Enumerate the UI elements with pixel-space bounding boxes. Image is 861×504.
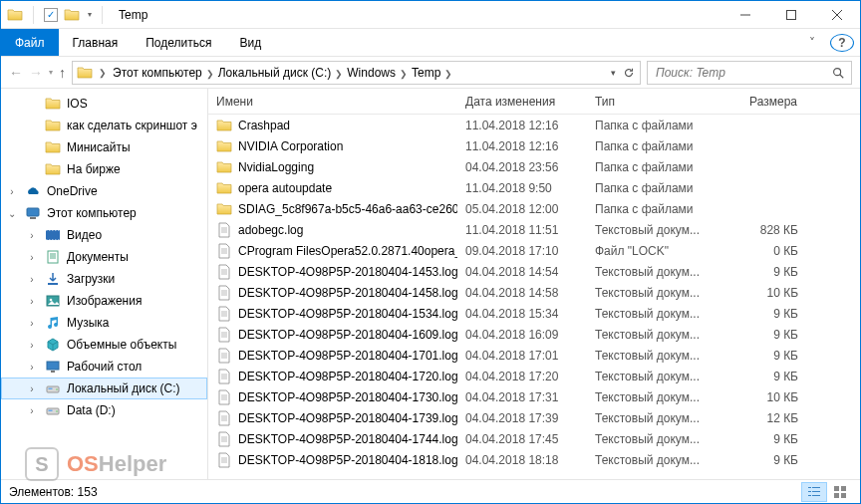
maximize-button[interactable] bbox=[768, 1, 814, 28]
tab-2[interactable]: Вид bbox=[225, 29, 275, 56]
navigation-pane[interactable]: IOSкак сделать скриншот эМинисайтыНа бир… bbox=[1, 89, 208, 479]
file-date: 09.04.2018 17:10 bbox=[457, 244, 587, 258]
file-type: Текстовый докум... bbox=[587, 265, 726, 279]
file-type: Текстовый докум... bbox=[587, 432, 726, 446]
tree-item[interactable]: ›Локальный диск (C:) bbox=[1, 378, 207, 399]
tree-item[interactable]: ›Видео bbox=[1, 224, 207, 246]
file-type: Папка с файлами bbox=[587, 181, 726, 195]
chevron-right-icon[interactable]: ❯ bbox=[202, 69, 218, 79]
chevron-right-icon[interactable]: › bbox=[25, 296, 39, 307]
svg-rect-17 bbox=[787, 10, 796, 19]
file-row[interactable]: DESKTOP-4O98P5P-20180404-1744.log04.04.2… bbox=[208, 428, 860, 449]
chevron-right-icon[interactable]: › bbox=[25, 362, 39, 373]
tree-item[interactable]: ›Data (D:) bbox=[1, 399, 207, 421]
tree-item[interactable]: ›Изображения bbox=[1, 290, 207, 312]
tree-item[interactable]: ›Объемные объекты bbox=[1, 334, 207, 356]
file-size: 9 КБ bbox=[726, 307, 806, 321]
history-dropdown[interactable]: ▾ bbox=[49, 68, 53, 77]
tree-item[interactable]: IOS bbox=[1, 93, 207, 115]
refresh-button[interactable] bbox=[622, 66, 636, 80]
file-name: DESKTOP-4O98P5P-20180404-1458.log bbox=[238, 286, 457, 300]
chevron-right-icon[interactable]: › bbox=[25, 383, 39, 394]
file-row[interactable]: DESKTOP-4O98P5P-20180404-1534.log04.04.2… bbox=[208, 303, 860, 324]
back-button[interactable]: ← bbox=[9, 65, 23, 81]
view-details-button[interactable] bbox=[802, 483, 826, 501]
file-icon bbox=[216, 452, 232, 468]
column-date[interactable]: Дата изменения bbox=[457, 89, 587, 114]
column-size[interactable]: Размера bbox=[726, 89, 806, 114]
file-type: Папка с файлами bbox=[587, 202, 726, 216]
tree-item[interactable]: Минисайты bbox=[1, 136, 207, 158]
address-dropdown[interactable]: ▾ bbox=[611, 68, 616, 78]
chevron-right-icon[interactable]: ❯ bbox=[440, 69, 456, 79]
file-row[interactable]: DESKTOP-4O98P5P-20180404-1720.log04.04.2… bbox=[208, 366, 860, 386]
file-row[interactable]: DESKTOP-4O98P5P-20180404-1739.log04.04.2… bbox=[208, 407, 860, 428]
chevron-right-icon[interactable]: › bbox=[5, 186, 19, 197]
chevron-right-icon[interactable]: › bbox=[25, 252, 39, 263]
tree-item-label: Видео bbox=[67, 228, 102, 242]
tree-item[interactable]: ›Документы bbox=[1, 246, 207, 268]
forward-button[interactable]: → bbox=[29, 65, 43, 81]
search-icon[interactable] bbox=[831, 66, 845, 80]
help-button[interactable]: ? bbox=[830, 34, 854, 52]
chevron-down-icon[interactable]: ⌄ bbox=[5, 208, 19, 219]
tree-item[interactable]: как сделать скриншот э bbox=[1, 115, 207, 136]
file-row[interactable]: adobegc.log11.04.2018 11:51Текстовый док… bbox=[208, 219, 860, 240]
file-name: adobegc.log bbox=[238, 223, 303, 237]
file-row[interactable]: DESKTOP-4O98P5P-20180404-1609.log04.04.2… bbox=[208, 324, 860, 345]
tree-item[interactable]: ›Загрузки bbox=[1, 268, 207, 290]
chevron-right-icon[interactable]: ❯ bbox=[95, 68, 111, 78]
chevron-right-icon[interactable]: ❯ bbox=[331, 69, 347, 79]
chevron-right-icon[interactable]: › bbox=[25, 318, 39, 329]
tab-0[interactable]: Главная bbox=[59, 29, 133, 56]
tab-1[interactable]: Поделиться bbox=[132, 29, 225, 56]
minimize-button[interactable] bbox=[722, 1, 768, 28]
file-row[interactable]: DESKTOP-4O98P5P-20180404-1701.log04.04.2… bbox=[208, 345, 860, 366]
breadcrumb-segment[interactable]: Temp bbox=[412, 66, 440, 80]
chevron-right-icon[interactable]: › bbox=[25, 230, 39, 241]
column-type[interactable]: Тип bbox=[587, 89, 726, 114]
search-input[interactable] bbox=[654, 65, 831, 81]
view-largeicons-button[interactable] bbox=[828, 483, 852, 501]
file-name: DESKTOP-4O98P5P-20180404-1739.log bbox=[238, 411, 457, 425]
file-row[interactable]: opera autoupdate11.04.2018 9:50Папка с ф… bbox=[208, 177, 860, 198]
file-row[interactable]: NVIDIA Corporation11.04.2018 12:16Папка … bbox=[208, 135, 860, 156]
breadcrumb-segment[interactable]: Локальный диск (C:) bbox=[218, 66, 332, 80]
file-row[interactable]: DESKTOP-4O98P5P-20180404-1818.log04.04.2… bbox=[208, 449, 860, 470]
tree-item[interactable]: На бирже bbox=[1, 158, 207, 180]
tree-item[interactable]: ›Музыка bbox=[1, 312, 207, 334]
file-type: Текстовый докум... bbox=[587, 390, 726, 404]
tree-item[interactable]: ›OneDrive bbox=[1, 180, 207, 202]
breadcrumb-segment[interactable]: Windows bbox=[347, 66, 396, 80]
search-box[interactable] bbox=[647, 61, 852, 85]
chevron-right-icon[interactable]: › bbox=[25, 405, 39, 416]
close-button[interactable] bbox=[814, 1, 860, 28]
tree-item[interactable]: ›Рабочий стол bbox=[1, 356, 207, 378]
qat-dropdown[interactable]: ▾ bbox=[88, 10, 92, 19]
address-bar[interactable]: ❯ Этот компьютер❯Локальный диск (C:)❯Win… bbox=[72, 61, 641, 85]
column-name[interactable]: Имени bbox=[208, 89, 457, 114]
breadcrumb-segment[interactable]: Этот компьютер bbox=[113, 66, 202, 80]
tree-item[interactable]: ⌄Этот компьютер bbox=[1, 202, 207, 224]
file-size: 10 КБ bbox=[726, 286, 806, 300]
file-row[interactable]: Crashpad11.04.2018 12:16Папка с файлами bbox=[208, 115, 860, 135]
file-type: Папка с файлами bbox=[587, 139, 726, 153]
tab-file[interactable]: Файл bbox=[1, 29, 59, 56]
up-button[interactable]: ↑ bbox=[59, 65, 66, 81]
chevron-right-icon[interactable]: › bbox=[25, 340, 39, 351]
file-row[interactable]: DESKTOP-4O98P5P-20180404-1730.log04.04.2… bbox=[208, 386, 860, 407]
file-row[interactable]: SDIAG_5c8f967a-b5c5-46a6-aa63-ce260af...… bbox=[208, 198, 860, 219]
file-name: DESKTOP-4O98P5P-20180404-1609.log bbox=[238, 328, 457, 342]
qat-properties-toggle[interactable] bbox=[44, 8, 58, 22]
chevron-right-icon[interactable]: ❯ bbox=[396, 69, 412, 79]
file-icon bbox=[216, 306, 232, 322]
file-icon bbox=[216, 327, 232, 343]
file-row[interactable]: DESKTOP-4O98P5P-20180404-1458.log04.04.2… bbox=[208, 282, 860, 303]
chevron-right-icon[interactable]: › bbox=[25, 274, 39, 285]
file-row[interactable]: CProgram FilesOpera52.0.2871.40opera_a..… bbox=[208, 240, 860, 261]
file-row[interactable]: NvidiaLogging04.04.2018 23:56Папка с фай… bbox=[208, 156, 860, 177]
file-row[interactable]: DESKTOP-4O98P5P-20180404-1453.log04.04.2… bbox=[208, 261, 860, 282]
file-date: 11.04.2018 12:16 bbox=[457, 119, 587, 132]
file-list[interactable]: Crashpad11.04.2018 12:16Папка с файламиN… bbox=[208, 115, 860, 479]
ribbon-collapse-button[interactable]: ˅ bbox=[800, 36, 824, 50]
